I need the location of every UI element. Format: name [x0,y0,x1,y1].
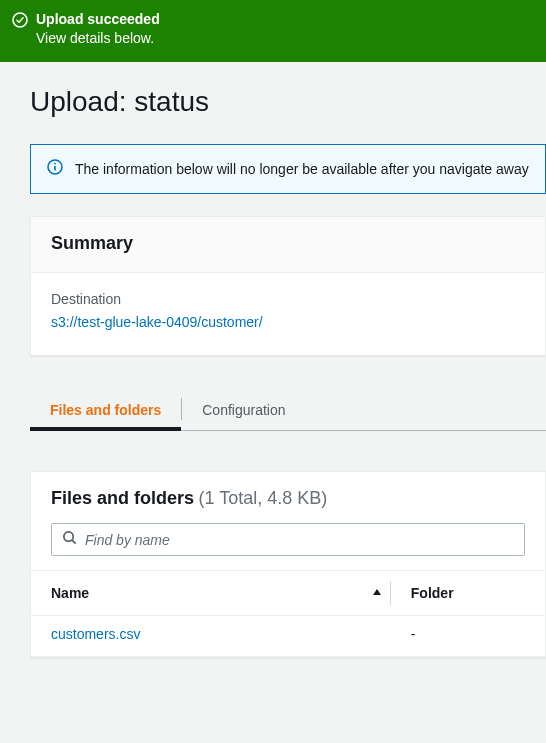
search-input[interactable] [85,532,514,548]
info-text: The information below will no longer be … [75,161,529,177]
sort-asc-icon [371,585,383,601]
page-title: Upload: status [30,86,546,118]
column-name-label: Name [51,585,89,601]
files-count: (1 Total, 4.8 KB) [199,488,328,508]
files-title: Files and folders [51,488,194,508]
svg-point-4 [64,532,73,541]
tab-files-and-folders[interactable]: Files and folders [30,388,181,430]
search-box[interactable] [51,523,525,556]
success-check-icon [12,12,28,48]
banner-title: Upload succeeded [36,10,160,28]
destination-link[interactable]: s3://test-glue-lake-0409/customer/ [51,314,263,330]
summary-panel: Summary Destination s3://test-glue-lake-… [30,216,546,356]
info-alert: The information below will no longer be … [30,144,546,194]
svg-point-3 [54,163,56,165]
search-icon [62,530,77,549]
summary-header: Summary [51,233,525,254]
tab-configuration[interactable]: Configuration [182,388,305,430]
column-folder-label: Folder [411,585,454,601]
info-icon [47,159,63,179]
success-banner: Upload succeeded View details below. [0,0,546,62]
column-folder-header[interactable]: Folder [391,571,545,616]
tabs: Files and folders Configuration [30,388,546,431]
files-panel: Files and folders (1 Total, 4.8 KB) [30,471,546,658]
destination-label: Destination [51,291,525,307]
svg-line-5 [72,540,75,543]
table-row: customers.csv - [31,616,545,657]
file-folder-cell: - [391,616,545,657]
banner-subtitle: View details below. [36,28,160,48]
column-name-header[interactable]: Name [31,571,391,616]
files-table: Name Folder customers.csv - [31,570,545,657]
file-name-link[interactable]: customers.csv [51,626,140,642]
